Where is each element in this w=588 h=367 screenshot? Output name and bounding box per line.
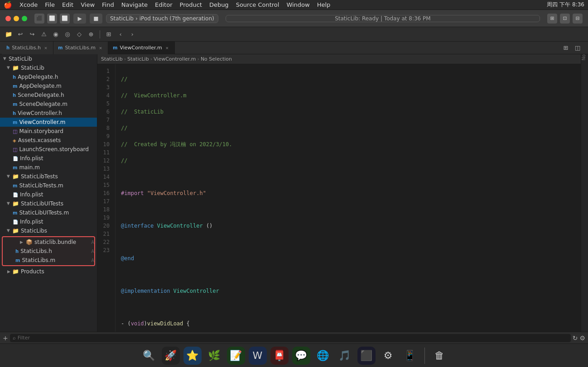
- tab-staticlibs-h[interactable]: h StaticLibs.h ×: [2, 42, 53, 54]
- dock-finder[interactable]: 🔍: [140, 347, 158, 365]
- breakpoint-button[interactable]: ⬜: [60, 14, 70, 24]
- menu-file[interactable]: File: [45, 1, 55, 8]
- device-separator: ›: [135, 15, 138, 22]
- code-editor[interactable]: 12345 678910 1112131415 1617181920 21222…: [97, 64, 581, 332]
- group-staticlibs[interactable]: ▶ 📁 StaticLibs: [0, 226, 97, 235]
- menu-product[interactable]: Product: [180, 1, 202, 8]
- menubar-time: 周四 下午 8:36: [547, 1, 584, 9]
- file-scenedelegate-h[interactable]: h SceneDelegate.h: [0, 91, 97, 100]
- file-info-plist-tests[interactable]: 📄 Info.plist: [0, 190, 97, 199]
- add-btn[interactable]: ⊕: [86, 29, 96, 39]
- forward-btn[interactable]: ›: [127, 29, 137, 39]
- file-staticlib-bundle[interactable]: ▶ 📦 staticlib.bundle A: [3, 238, 94, 247]
- redo-button[interactable]: ↪: [27, 29, 37, 39]
- root-group-staticlib[interactable]: ▶ StaticLib: [0, 54, 97, 63]
- menu-source-control[interactable]: Source Control: [236, 1, 280, 8]
- file-viewcontroller-h[interactable]: h ViewController.h: [0, 109, 97, 118]
- source-control-btn[interactable]: ◉: [51, 29, 61, 39]
- menu-xcode[interactable]: Xcode: [19, 1, 38, 8]
- menu-view[interactable]: View: [81, 1, 95, 8]
- close-button[interactable]: [5, 16, 11, 21]
- file-appdelegate-m[interactable]: m AppDelegate.m: [0, 81, 97, 91]
- chevron-open-icon: ▶: [3, 57, 7, 61]
- code-line-2: // ViewController.m: [121, 91, 575, 100]
- group-staticlibuitests[interactable]: ▶ 📁 StaticLibUITests: [0, 199, 97, 208]
- bundle-suffix-a: A: [91, 240, 94, 245]
- stop-button[interactable]: ■: [90, 14, 102, 24]
- file-label-info-plist: Info.plist: [20, 155, 43, 162]
- back-btn[interactable]: ‹: [116, 29, 125, 39]
- file-info-plist-uitests[interactable]: 📄 Info.plist: [0, 217, 97, 226]
- dock-app1[interactable]: 📮: [270, 347, 289, 365]
- chevron-libs-icon: ▶: [6, 229, 11, 233]
- dock-chrome[interactable]: 🌐: [314, 347, 332, 365]
- file-launchscreen-storyboard[interactable]: ◫ LaunchScreen.storyboard: [0, 145, 97, 154]
- tab-close-viewcontroller-m[interactable]: ×: [164, 45, 170, 51]
- menu-navigate[interactable]: Navigate: [121, 1, 148, 8]
- file-staticlibs-h[interactable]: h StaticLibs.h A: [3, 247, 94, 256]
- undo-button[interactable]: ↩: [15, 29, 25, 39]
- m-file-icon-libs: m: [15, 258, 20, 263]
- dock-app2[interactable]: 📱: [401, 347, 419, 365]
- menu-window[interactable]: Window: [286, 1, 309, 8]
- file-main-storyboard[interactable]: ◫ Main.storyboard: [0, 127, 97, 136]
- dock-sourcetree[interactable]: 🌿: [205, 347, 223, 365]
- menu-editor[interactable]: Editor: [155, 1, 172, 8]
- menu-find[interactable]: Find: [102, 1, 114, 8]
- file-staticlibtests-m[interactable]: m StaticLibTests.m: [0, 181, 97, 190]
- source-control-footer-btn[interactable]: ↻: [573, 334, 578, 342]
- dock-word[interactable]: W: [249, 347, 267, 365]
- run-button[interactable]: ▶: [73, 14, 86, 24]
- toolbar: 📁 ↩ ↪ ⚠ ◉ ◎ ◇ ⊕ ⊞ ‹ ›: [0, 27, 588, 42]
- file-staticlibuitests-m[interactable]: m StaticLibUITests.m: [0, 208, 97, 217]
- file-scenedelegate-m[interactable]: m SceneDelegate.m: [0, 100, 97, 109]
- editor-split[interactable]: ◫: [573, 43, 583, 53]
- group-staticlib-inner[interactable]: ▶ 📁 StaticLib: [0, 63, 97, 72]
- layout-button[interactable]: ⊡: [560, 14, 570, 24]
- sidebar-toggle-button[interactable]: ⬛: [34, 14, 44, 24]
- group-products[interactable]: ▶ 📁 Products: [0, 267, 97, 276]
- dock-trash[interactable]: 🗑: [430, 347, 448, 365]
- dock-system-prefs[interactable]: ⚙: [379, 347, 397, 365]
- file-label-staticlibuitests-m: StaticLibUITests.m: [19, 210, 69, 216]
- dock-terminal[interactable]: ⬛: [357, 347, 376, 365]
- group-staticlibtests[interactable]: ▶ 📁 StaticLibTests: [0, 172, 97, 181]
- tab-close-staticlibs-h[interactable]: ×: [43, 45, 48, 51]
- navigator-toggle[interactable]: 📁: [4, 29, 14, 39]
- scheme-selector[interactable]: StaticLib › iPod touch (7th generation): [106, 14, 218, 23]
- grid-view-btn[interactable]: ⊞: [104, 29, 114, 39]
- tab-viewcontroller-m[interactable]: m ViewController.m ×: [108, 42, 175, 54]
- tab-staticlibs-m[interactable]: m StaticLibs.m ×: [53, 42, 108, 54]
- file-assets-xcassets[interactable]: ◈ Assets.xcassets: [0, 136, 97, 145]
- file-appdelegate-h[interactable]: h AppDelegate.h: [0, 72, 97, 81]
- dock-evernote[interactable]: 📝: [227, 347, 245, 365]
- file-label-main-m: main.m: [19, 164, 40, 171]
- filter-placeholder[interactable]: Filter: [18, 335, 30, 341]
- breakpoint-btn[interactable]: ◎: [63, 29, 72, 39]
- scm-button[interactable]: ⬜: [47, 14, 57, 24]
- tab-close-staticlibs-m[interactable]: ×: [98, 45, 103, 51]
- file-info-plist[interactable]: 📄 Info.plist: [0, 154, 97, 163]
- bookmark-btn[interactable]: ◇: [74, 29, 84, 39]
- dock-music[interactable]: 🎵: [336, 347, 354, 365]
- issue-navigator[interactable]: ⚠: [39, 29, 49, 39]
- dock-launchpad[interactable]: 🚀: [162, 347, 180, 365]
- dock-xcode[interactable]: ⭐: [183, 347, 202, 365]
- editor-options-button[interactable]: ⊞: [547, 14, 557, 24]
- dock-wechat[interactable]: 💬: [292, 347, 310, 365]
- menu-edit[interactable]: Edit: [62, 1, 73, 8]
- file-viewcontroller-m[interactable]: m ViewController.m: [0, 118, 97, 127]
- inspector-button[interactable]: ⊟: [573, 14, 583, 24]
- file-staticlibs-m[interactable]: m StaticLibs.m A: [3, 256, 94, 265]
- menu-debug[interactable]: Debug: [209, 1, 229, 8]
- apple-menu[interactable]: 🍎: [4, 1, 12, 9]
- editor-layout-options[interactable]: ⊞: [561, 43, 571, 53]
- chevron-tests-icon: ▶: [6, 175, 11, 178]
- settings-footer-btn[interactable]: ⚙: [579, 334, 585, 342]
- minimize-button[interactable]: [14, 16, 19, 21]
- add-file-button[interactable]: +: [3, 334, 8, 342]
- menu-help[interactable]: Help: [317, 1, 331, 8]
- h-file-icon: h: [13, 75, 16, 80]
- file-main-m[interactable]: m main.m: [0, 163, 97, 172]
- maximize-button[interactable]: [22, 16, 27, 21]
